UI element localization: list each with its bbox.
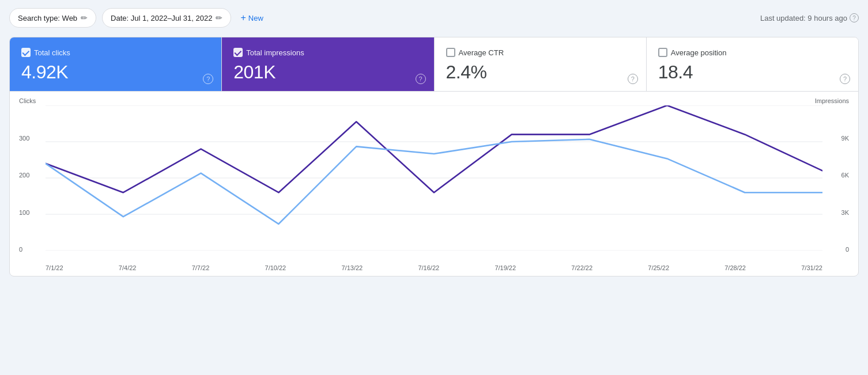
new-button[interactable]: + New bbox=[237, 8, 266, 28]
y-right-title: Impressions bbox=[815, 97, 849, 104]
clicks-help: ? bbox=[203, 73, 213, 84]
ctr-checkbox[interactable] bbox=[446, 48, 455, 57]
x-label-7: 7/22/22 bbox=[571, 264, 592, 271]
ctr-value: 2.4% bbox=[446, 62, 635, 83]
y-right-6k: 6K bbox=[841, 172, 849, 179]
position-help: ? bbox=[840, 73, 850, 84]
metric-header-impressions: Total impressions bbox=[233, 48, 422, 57]
last-updated: Last updated: 9 hours ago ? bbox=[760, 13, 859, 22]
y-left-300: 300 bbox=[19, 135, 29, 142]
metric-tile-average-position[interactable]: Average position 18.4 ? bbox=[647, 37, 858, 91]
metric-header-clicks: Total clicks bbox=[21, 48, 210, 57]
ctr-help-icon[interactable]: ? bbox=[628, 74, 638, 84]
x-label-6: 7/19/22 bbox=[495, 264, 516, 271]
x-label-9: 7/28/22 bbox=[724, 264, 746, 271]
y-left-100: 100 bbox=[19, 209, 29, 216]
page-container: Search type: Web ✏ Date: Jul 1, 2022–Jul… bbox=[0, 0, 868, 276]
date-range-label: Date: Jul 1, 2022–Jul 31, 2022 bbox=[111, 14, 212, 22]
clicks-label: Total clicks bbox=[34, 48, 70, 57]
y-right-3k: 3K bbox=[841, 209, 849, 216]
plus-icon: + bbox=[240, 13, 246, 23]
clicks-value: 4.92K bbox=[21, 62, 210, 83]
clicks-help-icon[interactable]: ? bbox=[203, 74, 213, 84]
search-type-filter[interactable]: Search type: Web ✏ bbox=[9, 8, 96, 28]
x-label-3: 7/10/22 bbox=[265, 264, 286, 271]
chart-svg-container bbox=[46, 105, 822, 251]
impressions-help-icon[interactable]: ? bbox=[416, 74, 426, 84]
clicks-line bbox=[46, 139, 822, 224]
edit-icon: ✏ bbox=[81, 13, 88, 22]
chart-area: Clicks 300 200 100 0 Impressions 9K 6K 3… bbox=[10, 92, 858, 276]
x-label-4: 7/13/22 bbox=[341, 264, 363, 271]
impressions-value: 201K bbox=[233, 62, 422, 83]
y-axis-right: Impressions 9K 6K 3K 0 bbox=[822, 97, 849, 253]
date-range-filter[interactable]: Date: Jul 1, 2022–Jul 31, 2022 ✏ bbox=[102, 8, 231, 28]
impressions-help: ? bbox=[416, 73, 426, 84]
metric-tile-average-ctr[interactable]: Average CTR 2.4% ? bbox=[435, 37, 647, 91]
toolbar: Search type: Web ✏ Date: Jul 1, 2022–Jul… bbox=[9, 8, 859, 28]
edit-date-icon: ✏ bbox=[216, 13, 222, 22]
impressions-line bbox=[46, 105, 822, 192]
metric-header-position: Average position bbox=[658, 48, 847, 57]
main-card: Total clicks 4.92K ? Total impressions 2… bbox=[9, 37, 859, 276]
search-type-label: Search type: Web bbox=[18, 14, 77, 22]
x-label-0: 7/1/22 bbox=[46, 264, 63, 271]
x-label-10: 7/31/22 bbox=[801, 264, 822, 271]
metrics-row: Total clicks 4.92K ? Total impressions 2… bbox=[10, 37, 858, 92]
metric-tile-total-impressions[interactable]: Total impressions 201K ? bbox=[222, 37, 434, 91]
impressions-checkbox[interactable] bbox=[233, 48, 243, 57]
x-label-2: 7/7/22 bbox=[192, 264, 210, 271]
ctr-label: Average CTR bbox=[459, 48, 504, 57]
y-right-9k: 9K bbox=[841, 135, 849, 142]
metric-header-ctr: Average CTR bbox=[446, 48, 635, 57]
position-value: 18.4 bbox=[658, 62, 847, 83]
x-label-8: 7/25/22 bbox=[648, 264, 669, 271]
metric-tile-total-clicks[interactable]: Total clicks 4.92K ? bbox=[10, 37, 222, 91]
y-left-0: 0 bbox=[19, 246, 22, 253]
new-label: New bbox=[248, 14, 263, 22]
chart-svg bbox=[46, 105, 822, 251]
ctr-help: ? bbox=[628, 73, 638, 84]
last-updated-text: Last updated: 9 hours ago bbox=[760, 14, 847, 22]
last-updated-help-icon[interactable]: ? bbox=[850, 13, 859, 22]
x-label-1: 7/4/22 bbox=[119, 264, 137, 271]
y-axis-left: Clicks 300 200 100 0 bbox=[19, 97, 46, 253]
impressions-label: Total impressions bbox=[246, 48, 304, 57]
position-help-icon[interactable]: ? bbox=[840, 74, 850, 84]
y-right-0: 0 bbox=[846, 246, 849, 253]
y-left-title: Clicks bbox=[19, 97, 36, 104]
x-axis-labels: 7/1/22 7/4/22 7/7/22 7/10/22 7/13/22 7/1… bbox=[46, 264, 822, 271]
x-label-5: 7/16/22 bbox=[418, 264, 439, 271]
position-label: Average position bbox=[671, 48, 727, 57]
clicks-checkbox[interactable] bbox=[21, 48, 31, 57]
position-checkbox[interactable] bbox=[658, 48, 667, 57]
y-left-200: 200 bbox=[19, 172, 29, 179]
